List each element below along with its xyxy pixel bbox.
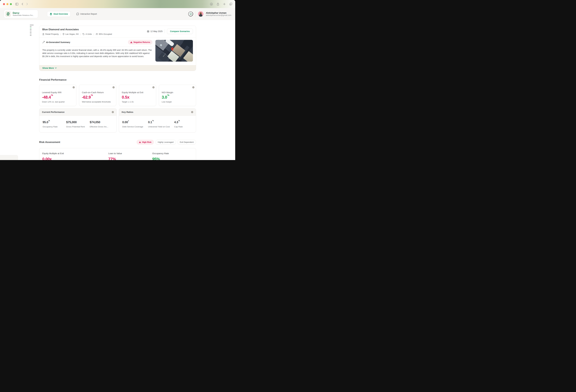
info-icon[interactable]: i	[73, 86, 75, 88]
minimize-window-button[interactable]	[6, 3, 8, 5]
scroll-nav-item-active[interactable]	[30, 28, 31, 28]
info-icon[interactable]: i	[192, 86, 194, 88]
warning-triangle-icon	[130, 41, 132, 43]
high-risk-badge: High Risk	[137, 140, 154, 145]
property-location-label: Las Vegas, NV	[65, 33, 79, 35]
scroll-nav-item[interactable]	[30, 26, 31, 27]
stat-gross-potential-rent: $75,000 Gross Potential Rent	[66, 121, 90, 128]
app-title: Darcy	[13, 12, 34, 14]
meta-separator: |	[60, 33, 61, 35]
property-occupancy: 95% Occupied	[96, 33, 112, 35]
notifications-button[interactable]	[188, 12, 193, 16]
risk-assessment-section: Risk Assessment High Risk Highly Leverag…	[39, 140, 196, 160]
back-icon[interactable]	[22, 3, 23, 5]
property-location: Las Vegas, NV	[62, 33, 79, 35]
risk-stat-occupancy-rate: Occupancy Rate 95%	[152, 152, 193, 160]
scroll-nav-item[interactable]	[30, 32, 31, 33]
main-content: Blue Diamond and Associates Retail Prope…	[0, 20, 235, 160]
chat-bubble-icon	[76, 13, 79, 15]
show-more-button[interactable]: Show More	[42, 67, 57, 69]
calendar-icon	[147, 30, 149, 32]
current-performance-card: Current Performance i 95.0% Occupancy Ra…	[39, 108, 117, 132]
app-subtitle: Stakeholder Relations Por...	[13, 14, 34, 16]
show-more-label: Show More	[42, 67, 54, 69]
current-performance-title: Current Performance	[42, 111, 64, 113]
metric-card-levered-equity-irr: i Levered Equity IRR -48.4% Down 12% vs.…	[39, 85, 76, 106]
close-window-button[interactable]	[3, 3, 5, 5]
metric-value: -62.9	[82, 95, 91, 100]
sidebar-toggle-icon[interactable]	[15, 3, 18, 5]
metric-cards-row: i Levered Equity IRR -48.4% Down 12% vs.…	[39, 85, 196, 106]
downloads-icon[interactable]	[210, 3, 213, 5]
zoom-window-button[interactable]	[10, 3, 12, 5]
negative-returns-badge: Negative Returns	[128, 40, 152, 45]
info-icon[interactable]: i	[112, 111, 114, 113]
map-building	[183, 51, 193, 62]
chevron-down-icon	[55, 67, 57, 69]
app-header: Darcy Stakeholder Relations Por... Deal …	[0, 8, 235, 20]
user-avatar[interactable]	[198, 11, 203, 17]
property-name: Blue Diamond and Associates	[42, 28, 112, 31]
building-icon	[42, 33, 44, 35]
metric-note: Low margin	[162, 101, 193, 103]
metric-note: Target: ≥ 1.0x	[122, 101, 153, 103]
meta-separator: |	[80, 33, 81, 35]
scroll-nav-item[interactable]	[30, 34, 31, 34]
forward-icon[interactable]	[27, 3, 28, 5]
compare-scenarios-button[interactable]: Compare Scenarios	[167, 29, 193, 34]
map-poi-marker	[160, 44, 162, 46]
negative-returns-label: Negative Returns	[134, 41, 150, 43]
new-tab-icon[interactable]	[223, 3, 226, 5]
scroll-nav-item[interactable]	[30, 31, 31, 31]
scroll-nav-item[interactable]	[30, 35, 31, 36]
metric-label: Cash-on-Cash Return	[82, 91, 114, 94]
highly-leveraged-badge: Highly Leveraged	[155, 140, 176, 145]
key-ratios-card: Key Ratios i 0.00x Debt Service Coverage…	[119, 108, 196, 132]
info-icon[interactable]: i	[191, 111, 193, 113]
property-type: Retail Property	[42, 33, 59, 35]
property-type-label: Retail Property	[45, 33, 59, 35]
metric-note: Well below acceptable thresholds	[82, 101, 114, 103]
metric-label: NOI Margin	[162, 91, 193, 94]
metric-value: 3.0	[162, 95, 167, 100]
metric-card-noi-margin: i NOI Margin 3.0% Low margin	[159, 85, 196, 106]
magic-wand-icon	[42, 41, 45, 43]
scroll-nav-item[interactable]	[30, 25, 34, 25]
metric-label: Equity Multiple at Exit	[122, 91, 153, 94]
share-icon[interactable]	[217, 3, 219, 5]
user-email: abdulqaharusman@gmail.com	[206, 14, 231, 16]
info-icon[interactable]: i	[113, 86, 115, 88]
report-date-label: 12 May 2025	[150, 30, 163, 32]
property-units: 4 Units	[83, 33, 92, 35]
metric-note: Down 12% vs. last quarter	[42, 101, 74, 103]
info-icon[interactable]: i	[152, 86, 154, 88]
workspace-switcher[interactable]: Darcy Stakeholder Relations Por...	[4, 10, 38, 18]
header-tabs: Deal Overview Interactive Report	[47, 11, 99, 17]
risk-assessment-title: Risk Assessment	[39, 141, 60, 144]
metric-value: -48.4	[42, 95, 51, 100]
metric-card-cash-on-cash: i Cash-on-Cash Return -62.9% Well below …	[79, 85, 116, 106]
ai-summary-text: This property is currently under severe …	[42, 49, 152, 58]
tab-overview-icon[interactable]	[230, 3, 232, 5]
warning-triangle-icon	[139, 141, 141, 143]
people-icon	[96, 33, 98, 35]
high-risk-label: High Risk	[142, 141, 151, 143]
property-units-label: 4 Units	[86, 33, 92, 35]
tab-interactive-report[interactable]: Interactive Report	[74, 11, 100, 17]
ai-summary-heading: AI-Generated Summary	[46, 41, 70, 43]
card-footer-band: Show More	[39, 65, 196, 71]
tab-interactive-report-label: Interactive Report	[80, 13, 97, 15]
browser-chrome	[0, 0, 235, 8]
financial-performance-title: Financial Performance	[39, 78, 196, 81]
stat-cap-rate: 4.3% Cap Rate	[174, 121, 183, 128]
meta-separator: |	[93, 33, 94, 35]
tab-deal-overview[interactable]: Deal Overview	[47, 11, 70, 17]
tag-icon	[83, 33, 85, 35]
metric-card-equity-multiple: i Equity Multiple at Exit 0.5x Target: ≥…	[119, 85, 156, 106]
stat-debt-service-coverage: 0.00x Debt Service Coverage	[122, 121, 148, 128]
map-pin-icon	[62, 33, 64, 35]
satellite-map-thumbnail[interactable]: Postman, Inc Mission St Main St	[155, 40, 193, 62]
metric-value: 0.5x	[122, 95, 129, 100]
tab-deal-overview-label: Deal Overview	[54, 13, 68, 15]
scroll-nav-item[interactable]	[30, 29, 31, 30]
